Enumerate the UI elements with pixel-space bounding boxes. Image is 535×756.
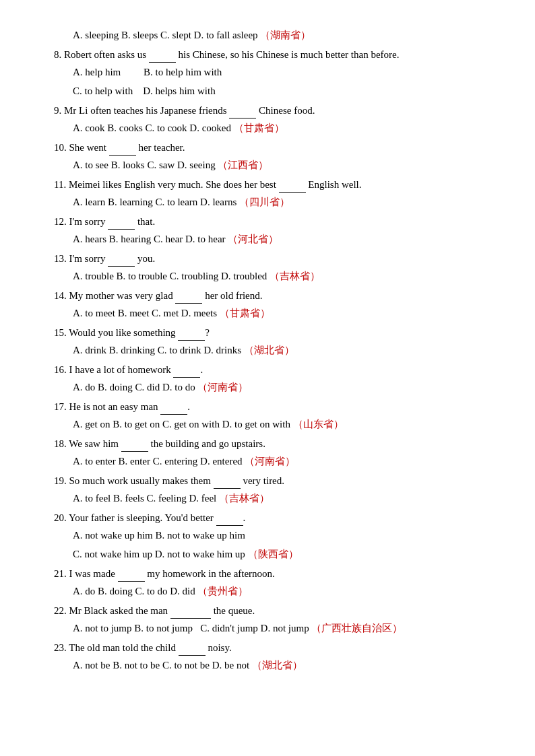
q21-blank bbox=[118, 565, 145, 582]
question-21: 21. I was made my homework in the aftern… bbox=[54, 565, 495, 599]
q10-options: A. to see B. looks C. saw D. seeing （江西省… bbox=[73, 157, 495, 173]
q15-blank bbox=[178, 324, 205, 341]
q17-options: A. get on B. to get on C. get on with D.… bbox=[73, 416, 495, 432]
q15-text: 15. Would you like something ? bbox=[54, 324, 495, 341]
q16-text: 16. I have a lot of homework . bbox=[54, 361, 495, 378]
intro-options: A. sleeping B. sleeps C. slept D. to fal… bbox=[73, 27, 495, 43]
q8-text: 8. Robert often asks us his Chinese, so … bbox=[54, 46, 495, 63]
q13-text: 13. I'm sorry you. bbox=[54, 250, 495, 267]
q9-province: （甘肃省） bbox=[234, 122, 284, 133]
q23-province: （湖北省） bbox=[252, 659, 303, 671]
q10-text: 10. She went her teacher. bbox=[54, 139, 495, 156]
question-11: 11. Meimei likes English very much. She … bbox=[54, 176, 495, 210]
question-14: 14. My mother was very glad her old frie… bbox=[54, 287, 495, 321]
q19-text: 19. So much work usually makes them very… bbox=[54, 472, 495, 489]
q17-text: 17. He is not an easy man . bbox=[54, 398, 495, 415]
question-19: 19. So much work usually makes them very… bbox=[54, 472, 495, 506]
q20-options-a: A. not wake up him B. not to wake up him bbox=[73, 527, 495, 543]
q16-options: A. do B. doing C. did D. to do （河南省） bbox=[73, 379, 495, 395]
q12-text: 12. I'm sorry that. bbox=[54, 213, 495, 230]
q22-text: 22. Mr Black asked the man the queue. bbox=[54, 602, 495, 619]
q22-blank bbox=[170, 602, 211, 619]
q17-province: （山东省） bbox=[293, 418, 344, 429]
q16-blank bbox=[173, 361, 200, 378]
q18-province: （河南省） bbox=[245, 455, 295, 467]
q13-blank bbox=[108, 250, 135, 267]
q15-province: （湖北省） bbox=[244, 344, 294, 355]
q14-province: （甘肃省） bbox=[220, 307, 270, 318]
q10-province: （江西省） bbox=[218, 159, 268, 170]
q12-province: （河北省） bbox=[228, 233, 278, 244]
q22-province: （广西壮族自治区） bbox=[311, 622, 402, 633]
q16-province: （河南省） bbox=[197, 381, 248, 392]
question-12: 12. I'm sorry that. A. hears B. hearing … bbox=[54, 213, 495, 247]
q8-blank bbox=[149, 46, 176, 63]
q20-province: （陕西省） bbox=[248, 548, 298, 559]
q21-options: A. do B. doing C. to do D. did （贵州省） bbox=[73, 583, 495, 599]
q9-options: A. cook B. cooks C. to cook D. cooked （甘… bbox=[73, 120, 495, 136]
question-18: 18. We saw him the building and go upsta… bbox=[54, 435, 495, 469]
q15-options: A. drink B. drinking C. to drink D. drin… bbox=[73, 342, 495, 358]
q17-blank bbox=[160, 398, 187, 415]
q20-options-c: C. not wake him up D. not to wake him up… bbox=[73, 546, 495, 562]
q11-options: A. learn B. learning C. to learn D. lear… bbox=[73, 194, 495, 210]
q14-blank bbox=[175, 287, 202, 304]
q12-options: A. hears B. hearing C. hear D. to hear （… bbox=[73, 231, 495, 247]
q21-text: 21. I was made my homework in the aftern… bbox=[54, 565, 495, 582]
q21-province: （贵州省） bbox=[197, 585, 248, 596]
q11-province: （四川省） bbox=[239, 196, 290, 207]
q8-options-2: C. to help with D. helps him with bbox=[73, 83, 495, 99]
q14-text: 14. My mother was very glad her old frie… bbox=[54, 287, 495, 304]
question-13: 13. I'm sorry you. A. trouble B. to trou… bbox=[54, 250, 495, 284]
q14-options: A. to meet B. meet C. met D. meets （甘肃省） bbox=[73, 305, 495, 321]
q12-blank bbox=[108, 213, 135, 230]
q11-text: 11. Meimei likes English very much. She … bbox=[54, 176, 495, 193]
q10-blank bbox=[109, 139, 136, 156]
q9-blank bbox=[229, 102, 256, 118]
question-16: 16. I have a lot of homework . A. do B. … bbox=[54, 361, 495, 395]
q18-text: 18. We saw him the building and go upsta… bbox=[54, 435, 495, 452]
q9-text: 9. Mr Li often teaches his Japanese frie… bbox=[54, 102, 495, 118]
q19-options: A. to feel B. feels C. feeling D. feel （… bbox=[73, 490, 495, 506]
main-content: A. sleeping B. sleeps C. slept D. to fal… bbox=[54, 27, 495, 673]
q13-options: A. trouble B. to trouble C. troubling D.… bbox=[73, 268, 495, 284]
intro-option-block: A. sleeping B. sleeps C. slept D. to fal… bbox=[54, 27, 495, 43]
q8-options: A. help him B. to help him with bbox=[73, 64, 495, 80]
question-8: 8. Robert often asks us his Chinese, so … bbox=[54, 46, 495, 99]
question-10: 10. She went her teacher. A. to see B. l… bbox=[54, 139, 495, 173]
q20-text: 20. Your father is sleeping. You'd bette… bbox=[54, 509, 495, 526]
q11-blank bbox=[279, 176, 306, 193]
q18-options: A. to enter B. enter C. entering D. ente… bbox=[73, 453, 495, 469]
q19-province: （吉林省） bbox=[219, 492, 270, 504]
question-22: 22. Mr Black asked the man the queue. A.… bbox=[54, 602, 495, 636]
q20-blank bbox=[216, 509, 243, 526]
q13-province: （吉林省） bbox=[270, 270, 320, 281]
q18-blank bbox=[121, 435, 148, 452]
q23-options: A. not be B. not to be C. to not be D. b… bbox=[73, 657, 495, 673]
intro-province: （湖南省） bbox=[260, 29, 311, 40]
q23-text: 23. The old man told the child noisy. bbox=[54, 639, 495, 656]
question-15: 15. Would you like something ? A. drink … bbox=[54, 324, 495, 358]
q23-blank bbox=[179, 639, 206, 656]
question-17: 17. He is not an easy man . A. get on B.… bbox=[54, 398, 495, 432]
q22-options: A. not to jump B. to not jump C. didn't … bbox=[73, 620, 495, 636]
question-9: 9. Mr Li often teaches his Japanese frie… bbox=[54, 102, 495, 136]
question-20: 20. Your father is sleeping. You'd bette… bbox=[54, 509, 495, 562]
q19-blank bbox=[214, 472, 241, 489]
question-23: 23. The old man told the child noisy. A.… bbox=[54, 639, 495, 673]
